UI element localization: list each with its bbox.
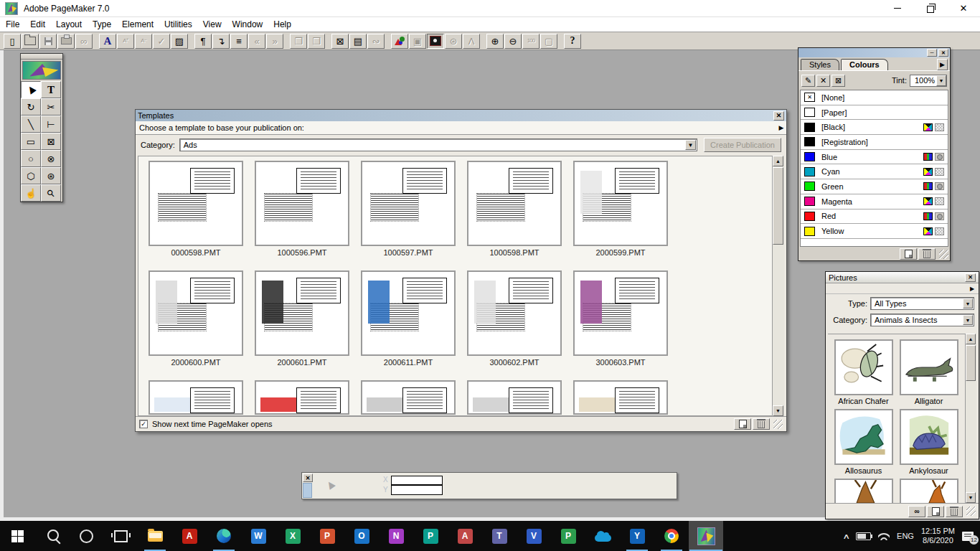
taskbar-powerpoint[interactable]: P xyxy=(310,521,344,551)
palette-close-button[interactable]: ✕ xyxy=(965,273,976,282)
pictures-scrollbar[interactable]: ▲ ▼ xyxy=(965,334,976,503)
clock[interactable]: 12:15 PM 8/6/2020 xyxy=(921,527,955,545)
tab-styles[interactable]: Styles xyxy=(801,59,839,70)
tab-colours[interactable]: Colours xyxy=(841,59,888,70)
ellipse-frame-tool[interactable]: ⊗ xyxy=(41,150,61,167)
zoom-tool[interactable]: ⚲ xyxy=(41,184,61,202)
both-button[interactable]: ✕ xyxy=(816,75,830,87)
insert-pages-button[interactable]: ▤ xyxy=(349,34,367,49)
picture-item-partial[interactable] xyxy=(896,479,961,503)
pictures-palette-titlebar[interactable]: Pictures ✕ xyxy=(826,272,979,283)
fill-pattern-button[interactable]: ▨ xyxy=(171,34,188,49)
toolbox-titlebar[interactable] xyxy=(21,54,62,60)
palette-menu-button[interactable]: ▶ xyxy=(937,59,948,70)
color-item[interactable]: [Black] xyxy=(801,120,948,135)
paragraph-specs-button[interactable]: ¶ xyxy=(194,34,212,49)
template-item-partial[interactable] xyxy=(567,380,674,416)
resize-grip[interactable] xyxy=(773,420,783,429)
scroll-up-button[interactable]: ▲ xyxy=(966,334,976,344)
template-item[interactable]: 1000597.PMT xyxy=(355,161,461,270)
crop-tool[interactable]: ✂ xyxy=(41,98,61,116)
taskbar-pagemaker[interactable] xyxy=(689,521,723,551)
picture-item[interactable]: Allosaurus xyxy=(831,409,896,475)
color-item[interactable]: Magenta xyxy=(801,194,948,209)
taskbar-edge[interactable] xyxy=(207,521,241,551)
dropdown-arrow-button[interactable]: ▼ xyxy=(963,298,973,309)
color-item[interactable]: [Registration] xyxy=(801,135,948,150)
palette-close-button[interactable]: ✕ xyxy=(938,49,948,57)
taskbar-cortana[interactable] xyxy=(69,521,103,551)
taskbar-file-explorer[interactable] xyxy=(138,521,172,551)
frame-button[interactable]: ⊠ xyxy=(331,34,349,49)
template-item[interactable]: 2000601.PMT xyxy=(249,270,355,380)
delete-button[interactable] xyxy=(753,418,770,430)
close-button[interactable]: ✕ xyxy=(947,0,980,17)
minimize-button[interactable] xyxy=(881,0,914,17)
resize-grip[interactable] xyxy=(966,507,976,516)
character-specs-button[interactable]: A xyxy=(99,34,116,49)
taskbar-chrome[interactable] xyxy=(654,521,689,551)
category-dropdown[interactable]: Animals & Insects ▼ xyxy=(870,314,974,326)
templates-dialog-titlebar[interactable]: Templates ✕ xyxy=(136,110,786,121)
open-button[interactable] xyxy=(22,34,39,49)
polygon-frame-tool[interactable]: ⊛ xyxy=(41,167,61,184)
menu-layout[interactable]: Layout xyxy=(56,18,88,31)
taskbar-access[interactable]: A xyxy=(448,521,482,551)
hand-tool[interactable]: ☝ xyxy=(21,184,41,202)
color-item[interactable]: [Paper] xyxy=(801,105,948,121)
line-tool[interactable]: ╲ xyxy=(21,116,41,133)
new-picture-button[interactable] xyxy=(927,506,944,517)
taskbar-project[interactable]: P xyxy=(551,521,585,551)
dropdown-arrow-button[interactable]: ▼ xyxy=(963,315,973,325)
notifications-icon[interactable]: 12 xyxy=(962,532,974,541)
template-item[interactable]: 0000598.PMT xyxy=(143,161,249,270)
zoom-in-button[interactable]: ⊕ xyxy=(486,34,504,49)
control-palette-close-button[interactable]: ✕ xyxy=(303,474,313,482)
color-item[interactable]: Red xyxy=(801,209,948,225)
taskbar-task-view[interactable] xyxy=(103,521,138,551)
pointer-tool[interactable]: ▶ xyxy=(21,81,41,98)
taskbar-acrobat[interactable]: A xyxy=(172,521,207,551)
create-publication-button[interactable]: Create Publication xyxy=(704,138,781,152)
scroll-down-button[interactable]: ▼ xyxy=(773,405,783,416)
type-dropdown[interactable]: All Types ▼ xyxy=(870,297,974,310)
delete-colour-button[interactable] xyxy=(918,248,936,260)
template-item-partial[interactable] xyxy=(355,380,461,416)
templates-menu-button[interactable]: ▶ xyxy=(776,122,786,134)
picture-item[interactable]: African Chafer xyxy=(831,339,896,405)
language-indicator[interactable]: ENG xyxy=(897,532,914,540)
dropdown-arrow-button[interactable]: ▼ xyxy=(685,140,696,150)
polygon-tool[interactable]: ⬡ xyxy=(21,167,41,184)
search-pictures-button[interactable]: ∞ xyxy=(908,506,925,517)
new-colour-button[interactable] xyxy=(900,248,917,260)
taskbar-yammer[interactable]: Y xyxy=(620,521,654,551)
scroll-up-button[interactable]: ▲ xyxy=(773,156,783,166)
scrollbar-thumb[interactable] xyxy=(966,345,976,381)
category-dropdown[interactable]: Ads ▼ xyxy=(179,138,697,151)
control-palette-drag-handle[interactable] xyxy=(303,483,312,498)
photoshop-button[interactable] xyxy=(427,34,444,49)
ellipse-tool[interactable]: ○ xyxy=(21,150,41,167)
picture-item-partial[interactable] xyxy=(831,479,896,503)
taskbar-search[interactable] xyxy=(34,521,69,551)
scroll-down-button[interactable]: ▼ xyxy=(966,492,976,503)
template-item[interactable]: 2000599.PMT xyxy=(567,161,674,270)
taskbar-outlook[interactable]: O xyxy=(344,521,379,551)
taskbar-publisher[interactable]: P xyxy=(413,521,448,551)
stroke-button[interactable]: ✎ xyxy=(801,75,815,87)
template-item[interactable]: 2000600.PMT xyxy=(143,270,249,380)
taskbar-onenote[interactable]: N xyxy=(379,521,413,551)
taskbar-visio[interactable]: V xyxy=(517,521,551,551)
tray-expand-icon[interactable]: ∧ xyxy=(842,532,850,540)
palette-minimize-button[interactable]: ─ xyxy=(927,49,937,57)
template-item[interactable]: 3000603.PMT xyxy=(567,270,674,380)
taskbar-onedrive[interactable] xyxy=(585,521,620,551)
bullets-button[interactable]: ≡ xyxy=(230,34,248,49)
menu-element[interactable]: Element xyxy=(122,18,160,31)
help-button[interactable]: ? xyxy=(564,34,581,49)
menu-edit[interactable]: Edit xyxy=(30,18,52,31)
color-item[interactable]: Yellow xyxy=(801,224,948,239)
fill-button[interactable]: ⊠ xyxy=(831,75,845,87)
template-item[interactable]: 2000611.PMT xyxy=(355,270,461,380)
constrained-line-tool[interactable]: ⊢ xyxy=(41,116,61,133)
